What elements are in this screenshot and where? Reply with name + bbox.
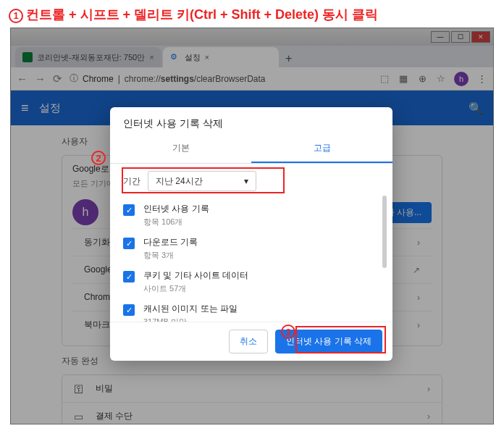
annotation-text-1: 컨트롤 + 시프트 + 델리트 키(Ctrl + Shift + Delete)… [26, 7, 378, 22]
tab-advanced[interactable]: 고급 [251, 135, 392, 163]
tab-basic[interactable]: 기본 [110, 135, 251, 163]
checkbox[interactable]: ✓ [123, 304, 135, 316]
time-range-select[interactable]: 지난 24시간 ▾ [148, 171, 256, 191]
checkbox-text: 인터넷 사용 기록항목 106개 [143, 203, 209, 227]
checkbox-row[interactable]: ✓쿠키 및 기타 사이트 데이터사이트 57개 [123, 265, 379, 298]
annotation-number-1: 1 [9, 9, 23, 23]
checkbox-subtitle: 항목 106개 [143, 217, 209, 227]
cancel-button[interactable]: 취소 [229, 330, 268, 353]
checkbox-subtitle: 317MB 미만 [143, 317, 238, 322]
clear-browsing-data-dialog: 인터넷 사용 기록 삭제 기본 고급 기간 지난 24시간 ▾ ✓인터넷 사용 … [110, 107, 392, 361]
checkbox[interactable]: ✓ [123, 238, 135, 249]
time-range-label: 기간 [123, 175, 140, 188]
checkbox-subtitle: 사이트 57개 [143, 283, 248, 294]
checkbox-row[interactable]: ✓다운로드 기록항목 3개 [123, 232, 379, 265]
dropdown-icon: ▾ [244, 176, 248, 186]
checkbox-row[interactable]: ✓캐시된 이미지 또는 파일317MB 미만 [123, 298, 379, 322]
checkbox-row[interactable]: ✓인터넷 사용 기록항목 106개 [123, 198, 379, 232]
annotation-step2: 2 [91, 151, 109, 165]
checkbox-title: 인터넷 사용 기록 [143, 203, 209, 215]
checkbox-title: 캐시된 이미지 또는 파일 [143, 303, 238, 315]
checkbox-text: 다운로드 기록항목 3개 [143, 236, 198, 261]
checkbox-text: 캐시된 이미지 또는 파일317MB 미만 [143, 303, 238, 322]
checkbox[interactable]: ✓ [123, 204, 135, 216]
dialog-body: ✓인터넷 사용 기록항목 106개✓다운로드 기록항목 3개✓쿠키 및 기타 사… [110, 198, 392, 322]
checkbox-title: 쿠키 및 기타 사이트 데이터 [143, 269, 248, 282]
scrollbar[interactable] [382, 196, 387, 268]
annotation-step1: 1컨트롤 + 시프트 + 델리트 키(Ctrl + Shift + Delete… [9, 6, 378, 23]
checkbox[interactable]: ✓ [123, 271, 135, 283]
checkbox-subtitle: 항목 3개 [143, 250, 198, 261]
annotation-number-2: 2 [91, 151, 106, 165]
checkbox-title: 다운로드 기록 [143, 236, 198, 248]
time-range-value: 지난 24시간 [156, 175, 203, 188]
dialog-tabs: 기본 고급 [110, 135, 392, 164]
annotation-step3: 3 [281, 325, 298, 339]
checkbox-text: 쿠키 및 기타 사이트 데이터사이트 57개 [143, 269, 248, 294]
dialog-title: 인터넷 사용 기록 삭제 [110, 107, 392, 135]
time-range-row: 기간 지난 24시간 ▾ [110, 164, 392, 198]
annotation-number-3: 3 [281, 325, 295, 339]
dialog-actions: 취소 인터넷 사용 기록 삭제 [110, 322, 392, 361]
